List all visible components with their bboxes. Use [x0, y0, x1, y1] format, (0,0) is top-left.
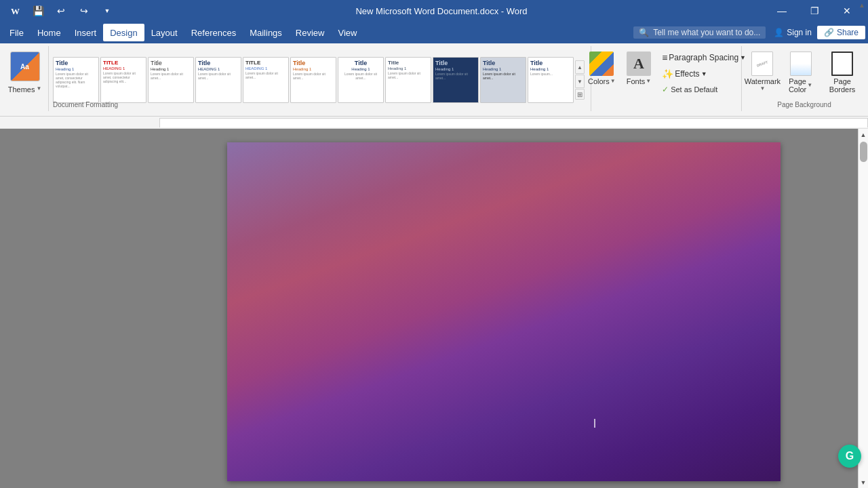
themes-group: Aa Themes ▼ — [3, 46, 49, 111]
style-thumb-2[interactable]: TITLE HEADING 1 Lorem ipsum dolor sit am… — [100, 57, 146, 103]
page-color-arrow: ▼ — [807, 82, 812, 88]
watermark-arrow: ▼ — [760, 85, 765, 92]
menu-view[interactable]: View — [331, 24, 363, 41]
ruler — [0, 117, 868, 129]
themes-dropdown-arrow: ▼ — [36, 85, 41, 92]
title-bar-left: W 💾 ↩ ↪ ▼ — [5, 1, 117, 20]
themes-label: Themes — [8, 85, 35, 94]
fonts-label: Fonts — [627, 77, 646, 85]
page-color-icon — [790, 52, 812, 76]
undo-button[interactable]: ↩ — [52, 1, 71, 20]
page-background-group: DRAFT Watermark ▼ PageColor ▼ Page Borde… — [743, 46, 865, 111]
paragraph-spacing-button[interactable]: ≡ Paragraph Spacing ▼ — [658, 50, 750, 65]
paragraph-spacing-icon: ≡ — [662, 52, 667, 63]
document-area[interactable]: I — [149, 129, 858, 488]
set-default-button[interactable]: ✓ Set as Default — [658, 83, 750, 96]
document-title: New Microsoft Word Document.docx - Word — [117, 6, 766, 16]
menu-file[interactable]: File — [3, 24, 31, 41]
style-thumb-7[interactable]: Title Heading 1 Lorem ipsum dolor sit am… — [338, 57, 384, 103]
paragraph-spacing-label: Paragraph Spacing — [669, 53, 738, 62]
document-page[interactable]: I — [227, 142, 781, 481]
doc-formatting-group: Title Heading 1 Lorem ipsum dolor sit am… — [50, 46, 591, 111]
menu-design[interactable]: Design — [103, 24, 144, 41]
menu-insert[interactable]: Insert — [68, 24, 104, 41]
page-bg-label: Page Background — [743, 101, 865, 108]
themes-button[interactable]: Aa Themes ▼ — [6, 49, 44, 96]
effects-icon: ✨ — [662, 68, 673, 79]
colors-dropdown-arrow: ▼ — [610, 78, 616, 84]
watermark-button[interactable]: DRAFT Watermark ▼ — [744, 49, 781, 94]
doc-formatting-label: Document Formatting — [53, 101, 591, 108]
menu-review[interactable]: Review — [289, 24, 332, 41]
effects-label: Effects — [675, 69, 699, 79]
colors-icon — [589, 52, 614, 76]
page-borders-icon — [831, 52, 853, 76]
search-icon: 🔍 — [639, 28, 649, 37]
scroll-down-arrow[interactable]: ▼ — [575, 75, 585, 88]
svg-text:W: W — [11, 6, 20, 16]
customize-qat-button[interactable]: ▼ — [98, 1, 117, 20]
redo-button[interactable]: ↪ — [75, 1, 94, 20]
ribbon: Aa Themes ▼ Title Heading 1 Lorem ipsum … — [0, 43, 868, 117]
minimize-button[interactable]: — — [766, 0, 797, 22]
title-bar: W 💾 ↩ ↪ ▼ New Microsoft Word Document.do… — [0, 0, 868, 22]
fonts-icon: A — [627, 52, 651, 76]
document-container: I ▲ ▼ — [0, 129, 868, 488]
word-icon[interactable]: W — [5, 1, 24, 20]
style-gallery-scroll: ▲ ▼ ⊞ — [575, 60, 585, 100]
scroll-track[interactable] — [859, 139, 868, 478]
colors-button[interactable]: Colors ▼ — [584, 49, 620, 88]
fonts-button[interactable]: A Fonts ▼ — [623, 49, 655, 88]
text-cursor: I — [593, 417, 597, 431]
scroll-up-arrow[interactable]: ▲ — [575, 60, 585, 74]
signin-button[interactable]: 👤 Sign in — [774, 28, 812, 37]
colors-label: Colors — [588, 77, 610, 85]
watermark-label: Watermark — [745, 77, 781, 85]
scroll-thumb[interactable] — [860, 142, 867, 162]
style-thumb-4[interactable]: Title HEADING 1 Lorem ipsum dolor sit am… — [195, 57, 241, 103]
close-button[interactable]: ✕ — [831, 0, 863, 22]
doc-design-group: Colors ▼ A Fonts ▼ ≡ Paragraph S — [593, 46, 742, 111]
menu-bar: File Home Insert Design Layout Reference… — [0, 22, 868, 43]
effects-arrow: ▼ — [701, 70, 707, 77]
title-bar-right: — ❐ ✕ — [766, 0, 863, 22]
page-borders-label: Page Borders — [825, 77, 861, 94]
share-button[interactable]: 🔗 Share — [817, 26, 865, 39]
vertical-scrollbar: ▲ ▼ — [858, 129, 868, 488]
set-default-label: Set as Default — [671, 85, 717, 94]
style-thumb-10[interactable]: Title Heading 1 Lorem ipsum dolor sit am… — [480, 57, 526, 103]
style-gallery: Title Heading 1 Lorem ipsum dolor sit am… — [53, 57, 574, 103]
menu-layout[interactable]: Layout — [144, 24, 184, 41]
style-thumb-3[interactable]: Title Heading 1 Lorem ipsum dolor sit am… — [148, 57, 194, 103]
search-text: Tell me what you want to do... — [653, 28, 760, 37]
page-borders-button[interactable]: Page Borders — [821, 49, 865, 96]
collapse-ribbon-button[interactable]: ▲ — [859, 1, 865, 9]
style-thumb-11[interactable]: Title Heading 1 Lorem ipsum... — [528, 57, 574, 103]
grammarly-icon[interactable]: G — [838, 445, 861, 468]
watermark-icon: DRAFT — [751, 52, 773, 76]
style-thumb-6[interactable]: Title Heading 1 Lorem ipsum dolor sit am… — [290, 57, 336, 103]
search-bar[interactable]: 🔍 Tell me what you want to do... — [633, 26, 766, 39]
left-margin — [0, 129, 149, 488]
style-thumb-8[interactable]: Title Heading 1 Lorem ipsum dolor sit am… — [385, 57, 431, 103]
page-color-label: PageColor — [789, 77, 806, 94]
fonts-dropdown-arrow: ▼ — [646, 78, 651, 84]
style-thumb-9[interactable]: Title Heading 1 Lorem ipsum dolor sit am… — [433, 57, 479, 103]
style-thumb-normal[interactable]: Title Heading 1 Lorem ipsum dolor sit am… — [53, 57, 99, 103]
restore-button[interactable]: ❐ — [799, 0, 830, 22]
page-color-button[interactable]: PageColor ▼ — [783, 49, 819, 96]
scroll-more-arrow[interactable]: ⊞ — [575, 89, 585, 100]
menu-references[interactable]: References — [184, 24, 243, 41]
check-icon: ✓ — [662, 85, 669, 94]
menu-mailings[interactable]: Mailings — [243, 24, 289, 41]
save-button[interactable]: 💾 — [28, 1, 47, 20]
scroll-down-button[interactable]: ▼ — [859, 478, 868, 487]
scroll-up-button[interactable]: ▲ — [859, 130, 868, 139]
effects-button[interactable]: ✨ Effects ▼ — [658, 66, 750, 81]
style-thumb-5[interactable]: TITLE HEADING 1 Lorem ipsum dolor sit am… — [243, 57, 289, 103]
menu-home[interactable]: Home — [31, 24, 68, 41]
